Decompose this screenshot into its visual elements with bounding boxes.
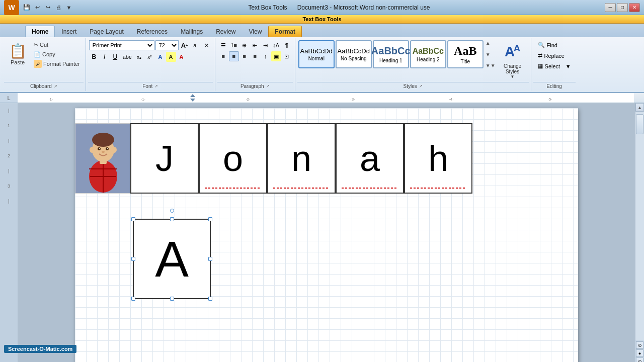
handle-middleleft[interactable]: [131, 257, 135, 261]
font-color-button[interactable]: A: [177, 52, 187, 62]
tab-references[interactable]: References: [130, 26, 174, 37]
font-expand-icon[interactable]: ↗: [154, 84, 158, 88]
scroll-thumb[interactable]: [636, 114, 643, 134]
ruler-indent-top[interactable]: [190, 94, 195, 97]
replace-button[interactable]: ⇄ Replace: [534, 51, 575, 60]
tab-view[interactable]: View: [243, 26, 269, 37]
scroll-extra-buttons: ⊙ ● ⊙: [635, 340, 644, 362]
handle-topleft[interactable]: [131, 217, 135, 221]
cut-button[interactable]: ✂ Cut: [31, 40, 83, 49]
svg-point-10: [98, 147, 101, 150]
styles-expand-icon[interactable]: ↗: [419, 84, 423, 88]
handle-bottomright[interactable]: [208, 297, 212, 301]
tab-review[interactable]: Review: [209, 26, 242, 37]
superscript-button[interactable]: x²: [145, 52, 155, 62]
italic-button[interactable]: I: [100, 52, 110, 62]
quick-access-toolbar: 💾 ↩ ↪ 🖨 ▼: [22, 3, 73, 12]
decrease-indent-button[interactable]: ⇤: [250, 40, 260, 50]
style-title[interactable]: AaB Title: [447, 40, 484, 68]
next-page-button[interactable]: ⊙: [636, 357, 643, 362]
paragraph-expand-icon[interactable]: ↗: [266, 84, 270, 88]
align-center-button[interactable]: ≡: [229, 51, 239, 61]
styles-down-arrow[interactable]: ▼: [486, 52, 496, 57]
highlight-button[interactable]: A: [166, 52, 176, 62]
increase-indent-button[interactable]: ⇥: [261, 40, 271, 50]
replace-icon: ⇄: [538, 52, 542, 59]
style-heading2[interactable]: AaBbCc Heading 2: [410, 40, 446, 68]
ruler-indent-bottom[interactable]: [190, 99, 195, 102]
undo-button[interactable]: ↩: [33, 3, 42, 12]
select-button[interactable]: ▦ Select ▼: [534, 61, 575, 71]
style-no-spacing[interactable]: AaBbCcDd No Spacing: [336, 40, 372, 68]
align-right-button[interactable]: ≡: [239, 51, 250, 61]
find-button[interactable]: 🔍 Find: [534, 40, 575, 50]
font-name-select[interactable]: Primer Print: [89, 40, 154, 50]
scroll-up-button[interactable]: ▲: [635, 103, 644, 112]
context-tab-label: Text Box Tools: [0, 15, 644, 24]
font-shrink-button[interactable]: a-: [191, 40, 201, 50]
change-styles-button[interactable]: A A ChangeStyles ▼: [498, 40, 528, 81]
redo-button[interactable]: ↪: [43, 3, 52, 12]
align-left-button[interactable]: ≡: [218, 51, 228, 61]
tab-page-layout[interactable]: Page Layout: [83, 26, 130, 37]
sort-button[interactable]: ↕A: [271, 40, 281, 50]
format-painter-button[interactable]: 🖌 Format Painter: [31, 59, 83, 68]
handle-bottomleft[interactable]: [131, 297, 135, 301]
more-button[interactable]: ▼: [64, 3, 73, 12]
handle-middleright[interactable]: [208, 257, 212, 261]
clear-formatting-button[interactable]: ✕: [202, 40, 212, 50]
rotation-handle[interactable]: [170, 209, 174, 213]
save-button[interactable]: 💾: [22, 3, 31, 12]
heading2-preview: AaBbCc: [413, 47, 444, 56]
justify-button[interactable]: ≡: [250, 51, 260, 61]
print-button[interactable]: 🖨: [54, 3, 63, 12]
clipboard-expand-icon[interactable]: ↗: [54, 84, 57, 88]
text-box-a[interactable]: A: [133, 219, 211, 299]
font-name-row: Primer Print 72 A+ a- ✕: [89, 40, 212, 50]
styles-gallery-content: AaBbCcDd Normal AaBbCcDd No Spacing AaBb…: [297, 39, 529, 82]
minimize-button[interactable]: ─: [605, 3, 616, 12]
svg-point-9: [92, 133, 114, 147]
style-normal[interactable]: AaBbCcDd Normal: [298, 40, 335, 68]
tab-mailings[interactable]: Mailings: [174, 26, 209, 37]
bold-button[interactable]: B: [89, 52, 99, 62]
underline-button[interactable]: U: [110, 52, 120, 62]
tab-insert[interactable]: Insert: [55, 26, 83, 37]
font-label: Font ↗: [88, 82, 213, 90]
subscript-button[interactable]: x₂: [134, 52, 144, 62]
copy-button[interactable]: 📄 Copy: [31, 50, 83, 59]
styles-up-arrow[interactable]: ▲: [486, 40, 496, 46]
svg-point-13: [107, 148, 108, 149]
font-grow-button[interactable]: A+: [180, 40, 190, 50]
paragraph-label: Paragraph ↗: [217, 82, 293, 90]
handle-topright[interactable]: [208, 217, 212, 221]
change-styles-dropdown-icon: ▼: [511, 74, 515, 79]
handle-topcenter[interactable]: [170, 217, 174, 221]
tab-format[interactable]: Format: [268, 26, 302, 37]
handle-bottomcenter[interactable]: [170, 297, 174, 301]
format-painter-icon: 🖌: [34, 60, 42, 68]
clipboard-small-buttons: ✂ Cut 📄 Copy 🖌 Format Painter: [31, 40, 83, 68]
tab-home[interactable]: Home: [25, 26, 55, 37]
shading-button[interactable]: ▣: [271, 51, 281, 61]
show-hide-button[interactable]: ¶: [282, 40, 292, 50]
bullets-button[interactable]: ☰: [218, 40, 228, 50]
search-icon: 🔍: [538, 42, 545, 48]
prev-page-button[interactable]: ⊙: [636, 341, 643, 349]
window-controls: ─ □ ✕: [605, 3, 640, 12]
select-browse-object-button[interactable]: ●: [636, 349, 643, 357]
paste-button[interactable]: 📋 Paste: [5, 40, 30, 67]
clipboard-label: Clipboard ↗: [4, 82, 84, 90]
styles-more-arrow[interactable]: ▼▼: [486, 63, 496, 68]
select-icon: ▦: [538, 63, 543, 69]
font-size-select[interactable]: 72: [155, 40, 179, 50]
text-effects-button[interactable]: A: [155, 52, 166, 62]
borders-button[interactable]: ⊡: [282, 51, 292, 61]
strikethrough-button[interactable]: abc: [121, 52, 134, 62]
close-button[interactable]: ✕: [629, 3, 640, 12]
style-heading1[interactable]: AaBbCc Heading 1: [373, 40, 409, 68]
line-spacing-button[interactable]: ↕: [261, 51, 271, 61]
multilevel-button[interactable]: ⊕: [239, 40, 250, 50]
restore-button[interactable]: □: [617, 3, 628, 12]
numbering-button[interactable]: 1≡: [229, 40, 239, 50]
